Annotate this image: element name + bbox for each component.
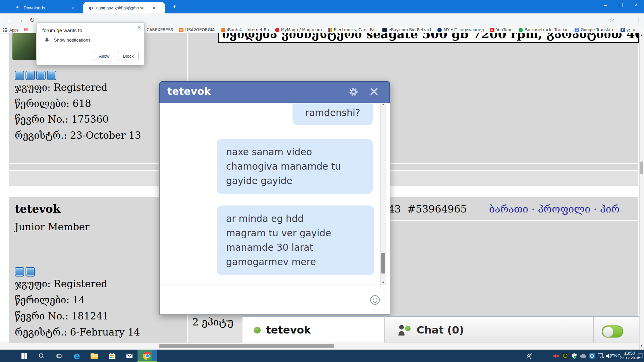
chat-message: naxe sanam video chamogiva manamde tu ga… [217,139,373,194]
muted-speaker-icon[interactable] [552,350,560,362]
minimize-button[interactable]: ─ [598,0,613,10]
scroll-up-icon[interactable]: ▲ [639,34,644,37]
maximize-button[interactable] [613,0,629,10]
maximize-icon [619,3,623,7]
action-center-icon[interactable] [636,350,644,362]
chat-window-title: tetevok [167,82,211,101]
forward-button[interactable]: → [15,13,25,26]
windows-taskbar: e [0,350,644,362]
blue-app-icon[interactable] [588,350,596,362]
vertical-scrollbar-thumb[interactable] [640,162,643,174]
member-registered: რეგისტრ.: 23-October 13 [15,130,141,141]
scroll-down-icon[interactable]: ▼ [639,344,644,347]
usa2georgia-favicon: ⊐ [179,28,183,32]
chat-user-tab[interactable]: tetevok [243,316,384,343]
chat-close-icon[interactable]: × [369,81,379,102]
emoji-icon[interactable] [370,295,380,305]
rank-pip [15,71,24,80]
chrome-taskbar-button[interactable] [138,350,157,362]
menu-icon[interactable]: ⋮ [633,13,644,26]
tab-title: Downloads [23,5,67,10]
bookmark[interactable]: ▶YouTube [490,27,513,32]
popup-permission-text: Show notifications [54,38,91,43]
vertical-scrollbar[interactable] [639,33,644,350]
bookmark[interactable]: eBay.com Bid Retract [382,27,431,32]
rank-pip [25,267,35,277]
bookmark[interactable]: MY-HIT энциклопед [437,27,484,32]
chat-window: ramdenshi? naxe sanam video chamogiva ma… [159,81,390,315]
member-number: წევრი No.: 181241 [15,310,109,322]
chat-toggle[interactable] [602,325,623,338]
bookmark[interactable]: fფეისბუქი [621,27,630,32]
ibank-favicon [221,28,225,32]
scroll-down-icon[interactable]: ▼ [380,281,386,284]
bookmark[interactable]: Packagetrackr Trackin [519,27,569,32]
file-explorer-button[interactable] [88,350,101,362]
youtube-favicon: ▶ [490,28,494,32]
defender-icon[interactable] [570,350,579,362]
task-view-button[interactable] [53,350,66,362]
start-button[interactable] [17,350,31,362]
member-title: Junior Member [15,221,90,233]
chat-bar[interactable]: Chat (0) [384,316,639,343]
close-button[interactable]: × [629,0,644,10]
member-registered: რეგისტრ.: 6-February 14 [15,326,140,338]
mymagti-favicon [275,28,279,32]
ebay-favicon [328,28,332,32]
task-view-icon [56,353,62,359]
forum-ge-favicon: ჶ [89,5,93,11]
star-icon[interactable]: ☆ [606,13,617,26]
taskbar-search-button[interactable] [35,350,48,362]
bookmark[interactable]: ⊐USA2GEORGIA [179,27,215,32]
screen: Downloads × ჶ იყიდება ვინჩესტერი seagate… [0,0,644,362]
tab-forum-active[interactable]: ჶ იყიდება ვინჩესტერი seagate × [83,2,165,13]
bookmark[interactable]: MyMagti / Magticom [275,27,322,32]
people-icon[interactable] [525,350,534,362]
browser-titlebar: Downloads × ჶ იყიდება ვინჩესტერი seagate… [0,0,644,13]
horizontal-scrollbar-thumb[interactable] [159,344,334,348]
apps-shortcut[interactable]: Apps [3,28,18,33]
chat-scrollbar-thumb[interactable] [381,253,385,274]
bookmark[interactable]: Electronics, Cars, Fas [328,27,376,32]
mail-button[interactable] [123,350,136,362]
chat-window-header[interactable]: tetevok × [159,81,390,103]
allow-button[interactable]: Allow [94,51,114,61]
bookmark[interactable]: iBank 4 – Internet Ba [221,27,269,32]
tab-close-icon[interactable]: × [153,5,156,11]
avatar[interactable] [12,33,36,60]
post-id[interactable]: #53964965 [407,203,467,215]
bookmark-items: CAREXPRESS ⊐USA2GEORGIA iBank 4 – Intern… [147,26,630,33]
member-number: წევრი No.: 175360 [15,114,109,125]
chat-input[interactable] [160,285,389,314]
network-icon[interactable] [596,350,605,362]
gear-icon[interactable] [348,87,359,97]
language-indicator[interactable]: ENG [611,350,621,362]
ebay-bid-favicon [382,28,387,32]
download-icon [15,5,20,10]
edge-icon[interactable]: e [70,350,84,362]
chat-user-name: tetevok [266,317,311,343]
tab-downloads[interactable]: Downloads × [9,2,82,13]
post-links[interactable]: ბარათი · პროფილი · პირ [489,203,638,215]
bookmarks-overflow-chevron[interactable]: » [633,27,635,33]
bookmark[interactable]: GGoogle Translate [575,27,614,32]
bookmark[interactable]: CAREXPRESS [147,27,173,32]
back-button[interactable]: ← [3,13,13,26]
chat-message: ramdenshi? [292,100,373,125]
bell-icon [44,37,50,43]
rank-pip [25,71,35,80]
rank-pip [15,267,24,277]
window-controls: ─ × [598,0,644,10]
nvidia-icon[interactable] [561,350,570,362]
popup-close-icon[interactable]: × [137,24,141,31]
store-button[interactable] [105,350,119,362]
toggle-knob[interactable] [603,326,613,337]
new-tab-button[interactable]: + [169,1,179,11]
onedrive-icon[interactable] [579,350,588,362]
tab-close-icon[interactable]: × [71,5,74,11]
member-posts: წერილები: 618 [15,98,91,109]
block-button[interactable]: Block [118,51,139,61]
gmail-icon[interactable]: M [24,27,28,32]
mail-icon [126,353,133,359]
post-author-name[interactable]: tetevok [15,202,61,216]
